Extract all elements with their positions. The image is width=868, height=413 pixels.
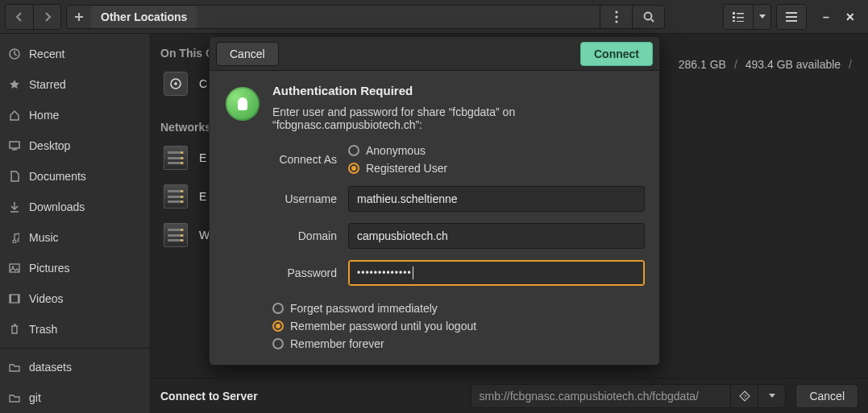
radio-icon [272,303,284,314]
desktop-icon [8,141,21,151]
keyhole-icon [226,87,260,121]
connect-label: Connect to Server [160,390,258,403]
sidebar-bookmark-datasets[interactable]: datasets [0,352,150,382]
svg-rect-15 [12,149,17,151]
radio-remember-session[interactable]: Remember password until you logout [272,320,645,332]
sidebar-separator [0,348,150,349]
connect-as-group: Anonymous Registered User [348,144,645,175]
server-address-input[interactable]: smb://fcbgnasc.campusbiotech.ch/fcbgdata… [471,390,731,403]
window-controls: – ✕ [821,12,855,22]
minimize-icon: – [823,10,829,23]
trash-icon [8,324,21,335]
dialog-cancel-button[interactable]: Cancel [216,42,279,66]
domain-input[interactable]: campusbiotech.ch [348,223,645,249]
sidebar-item-starred[interactable]: Starred [0,69,150,100]
radio-label: Remember forever [290,337,384,350]
sidebar-item-label: git [29,391,41,404]
hamburger-icon [786,12,797,22]
search-icon [643,11,654,23]
folder-icon [8,362,21,372]
window-close-button[interactable]: ✕ [845,12,855,22]
star-icon [8,79,21,90]
username-label: Username [272,192,337,205]
dialog-icon-column [224,84,261,350]
dialog-connect-button[interactable]: Connect [580,42,653,66]
sidebar-item-label: Pictures [29,262,70,275]
svg-point-0 [615,10,617,13]
chevron-down-icon [759,14,766,19]
dialog-subtitle: Enter user and password for share “fcbgd… [272,105,645,131]
svg-point-1 [615,15,617,18]
nav-forward-button[interactable] [33,5,60,29]
radio-label: Forget password immediately [290,302,438,315]
path-menu-button[interactable] [600,5,632,29]
list-view-button[interactable] [724,5,753,29]
sidebar-item-downloads[interactable]: Downloads [0,192,150,222]
sidebar-bookmark-git[interactable]: git [0,382,150,413]
server-address-history-button[interactable] [758,385,785,407]
connect-as-label: Connect As [272,153,337,166]
network-server-icon [164,223,188,247]
svg-rect-8 [733,20,735,22]
dialog-header: Cancel Connect [210,37,659,71]
svg-rect-7 [737,17,744,19]
sidebar-item-trash[interactable]: Trash [0,314,150,345]
places-sidebar: Recent Starred Home Desktop Documents Do… [0,34,151,413]
headerbar: Other Locations – ✕ [0,0,868,34]
clock-icon [8,48,21,60]
sidebar-item-videos[interactable]: Videos [0,283,150,314]
radio-label: Anonymous [366,144,426,157]
download-icon [8,201,21,213]
add-location-button[interactable] [67,12,91,22]
radio-remember-forever[interactable]: Remember forever [272,337,645,350]
pathbar[interactable]: Other Locations [66,5,665,29]
disk-sep: / [849,58,852,71]
close-icon: ✕ [845,10,855,23]
sidebar-item-label: Home [29,109,59,122]
sidebar-item-documents[interactable]: Documents [0,161,150,192]
radio-registered-user[interactable]: Registered User [348,162,645,175]
password-input[interactable]: ••••••••••••• [348,260,645,286]
svg-rect-4 [733,12,735,14]
volume-usage: 286.1 GB / 493.4 GB available / [679,58,852,71]
svg-rect-6 [733,16,735,19]
nav-back-button[interactable] [6,5,33,29]
sidebar-item-label: Videos [29,292,64,305]
sidebar-item-pictures[interactable]: Pictures [0,253,150,283]
kebab-icon [615,10,618,23]
sidebar-item-label: Music [29,231,59,244]
dialog-title: Authentication Required [272,84,645,97]
question-icon: ? [739,390,750,402]
radio-forget-immediately[interactable]: Forget password immediately [272,302,645,315]
search-button[interactable] [632,5,664,29]
username-input[interactable]: mathieu.scheltienne [348,186,645,212]
sidebar-item-recent[interactable]: Recent [0,39,150,69]
sidebar-item-desktop[interactable]: Desktop [0,130,150,161]
radio-anonymous[interactable]: Anonymous [348,144,645,157]
sidebar-item-label: Desktop [29,139,70,152]
auth-dialog: Cancel Connect Authentication Required E… [209,36,660,366]
sidebar-item-label: Downloads [29,200,85,213]
svg-rect-19 [10,295,11,303]
disk-sep: / [734,58,737,71]
home-icon [8,109,21,121]
connect-to-server-bar: Connect to Server smb://fcbgnasc.campusb… [151,378,868,413]
network-label: E [199,151,206,164]
connect-cancel-button[interactable]: Cancel [795,384,858,408]
radio-label: Remember password until you logout [290,320,476,332]
sidebar-item-music[interactable]: Music [0,222,150,253]
path-segment-current[interactable]: Other Locations [91,6,197,28]
svg-rect-16 [10,264,19,272]
server-address-help-button[interactable]: ? [730,385,758,407]
sidebar-item-label: Starred [29,78,66,91]
svg-rect-5 [737,13,744,14]
folder-icon [8,393,21,403]
sidebar-item-home[interactable]: Home [0,100,150,130]
svg-rect-9 [737,21,744,22]
sidebar-item-label: Documents [29,170,86,183]
password-remember-group: Forget password immediately Remember pas… [272,302,645,350]
view-options-button[interactable] [753,5,770,29]
window-minimize-button[interactable]: – [821,12,831,22]
hamburger-menu-button[interactable] [777,5,806,29]
password-label: Password [272,266,337,279]
